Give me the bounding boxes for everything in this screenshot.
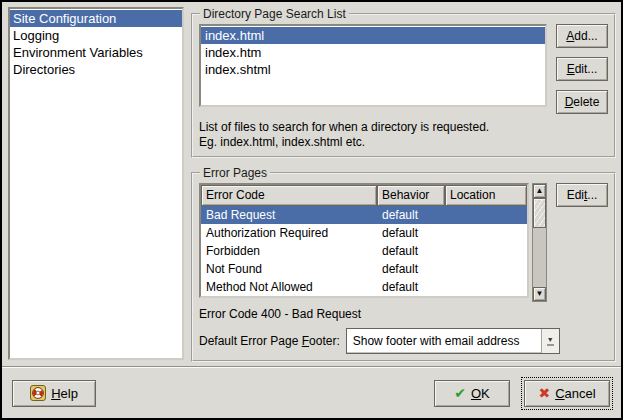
directory-page-search-group: Directory Page Search List index.html in… bbox=[191, 7, 616, 158]
sidebar-item-directories[interactable]: Directories bbox=[10, 61, 182, 78]
error-pages-title: Error Pages bbox=[200, 166, 270, 180]
check-icon: ✔ bbox=[454, 385, 466, 401]
table-row[interactable]: Forbidden default bbox=[201, 242, 527, 260]
add-button[interactable]: Add... bbox=[556, 24, 608, 48]
cross-icon: ✖ bbox=[538, 385, 550, 401]
selected-error-status: Error Code 400 - Bad Request bbox=[199, 307, 608, 321]
default-footer-row: Default Error Page Footer: Show footer w… bbox=[199, 328, 608, 354]
default-footer-select[interactable]: Show footer with email address ▼ bbox=[346, 328, 560, 354]
error-edit-button[interactable]: Edit... bbox=[556, 183, 608, 207]
column-header-location[interactable]: Location bbox=[445, 185, 527, 206]
dialog-content: Site Configuration Logging Environment V… bbox=[2, 2, 621, 366]
sidebar-item-site-configuration[interactable]: Site Configuration bbox=[10, 10, 182, 27]
file-list-item[interactable]: index.html bbox=[201, 27, 545, 44]
help-button-label: Help bbox=[51, 386, 78, 401]
scrollbar-thumb[interactable] bbox=[533, 198, 546, 228]
directory-file-list: index.html index.htm index.shtml bbox=[199, 24, 547, 107]
site-configuration-dialog: Site Configuration Logging Environment V… bbox=[0, 0, 623, 420]
error-table-body: Bad Request default Authorization Requir… bbox=[201, 206, 527, 296]
scroll-down-icon[interactable]: ▼ bbox=[533, 287, 546, 301]
table-scrollbar[interactable]: ▲ ▼ bbox=[532, 183, 547, 302]
table-row[interactable]: Authorization Required default bbox=[201, 224, 527, 242]
file-list-item[interactable]: index.htm bbox=[201, 44, 545, 61]
default-footer-label: Default Error Page Footer: bbox=[199, 334, 340, 348]
directory-group-title: Directory Page Search List bbox=[200, 7, 349, 21]
help-button[interactable]: Help bbox=[12, 380, 96, 407]
edit-button[interactable]: Edit... bbox=[556, 57, 608, 81]
column-header-error-code[interactable]: Error Code bbox=[201, 185, 377, 206]
ok-button-label: OK bbox=[471, 386, 490, 401]
error-table-header: Error Code Behavior Location bbox=[201, 185, 527, 206]
delete-button[interactable]: Delete bbox=[556, 90, 608, 114]
settings-panel: Directory Page Search List index.html in… bbox=[191, 7, 616, 360]
error-pages-group: Error Pages Error Code Behavior Location… bbox=[191, 166, 616, 362]
file-list-item[interactable]: index.shtml bbox=[201, 61, 545, 78]
scroll-up-icon[interactable]: ▲ bbox=[533, 184, 546, 198]
chevron-down-icon[interactable]: ▼ bbox=[541, 329, 559, 353]
ok-button[interactable]: ✔ OK bbox=[434, 380, 510, 407]
sidebar-item-logging[interactable]: Logging bbox=[10, 27, 182, 44]
action-bar: Help ✔ OK ✖ Cancel bbox=[2, 368, 621, 418]
life-buoy-icon bbox=[30, 385, 46, 401]
error-pages-table: Error Code Behavior Location Bad Request… bbox=[199, 183, 529, 298]
default-button-focus-ring: ✖ Cancel bbox=[521, 377, 613, 410]
table-row[interactable]: Bad Request default bbox=[201, 206, 527, 224]
default-footer-selected-value: Show footer with email address bbox=[347, 329, 541, 353]
directory-list-description: List of files to search for when a direc… bbox=[199, 120, 608, 150]
column-header-behavior[interactable]: Behavior bbox=[377, 185, 445, 206]
cancel-button-label: Cancel bbox=[555, 386, 595, 401]
scrollbar-trough[interactable] bbox=[533, 228, 546, 287]
table-row[interactable]: Method Not Allowed default bbox=[201, 278, 527, 296]
sidebar-item-environment-variables[interactable]: Environment Variables bbox=[10, 44, 182, 61]
file-list-buttons: Add... Edit... Delete bbox=[556, 24, 608, 114]
category-list: Site Configuration Logging Environment V… bbox=[8, 7, 184, 360]
table-row[interactable]: Not Found default bbox=[201, 260, 527, 278]
cancel-button[interactable]: ✖ Cancel bbox=[524, 380, 610, 407]
error-table-buttons: Edit... bbox=[556, 183, 608, 207]
